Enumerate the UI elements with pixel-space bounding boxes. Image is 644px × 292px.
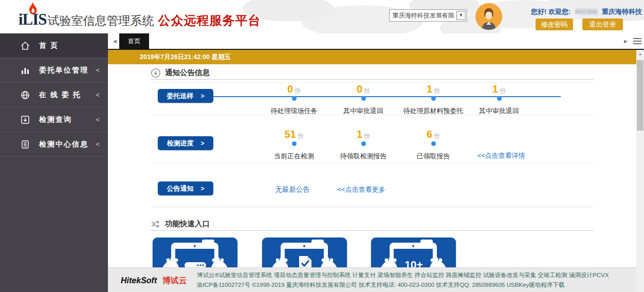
shuffle-icon xyxy=(151,219,161,229)
stat-report-collected: 6份 已领取报告 xyxy=(390,129,477,161)
footer-products-line: 博试云®试验室信息管理系统 项目动态质量管理与控制系统 计量支付 梁场智能养生 … xyxy=(197,271,609,279)
sidebar-item-label: 检测查询 xyxy=(39,115,96,124)
page-title-accent: 公众远程服务平台 xyxy=(158,12,261,29)
date-bar: 2019年7月26日21:42:00 星期五 xyxy=(108,50,636,64)
stat-value: 51 xyxy=(284,129,296,140)
view-details-link[interactable]: <<点击查看详情 xyxy=(477,151,525,160)
current-datetime: 2019年7月26日21:42:00 星期五 xyxy=(140,50,231,64)
footer-logo: HitekSoft 博试云 xyxy=(121,276,187,286)
divider xyxy=(152,207,594,207)
chevron-right-icon: > xyxy=(200,185,204,192)
button-label: 检测进度 xyxy=(167,139,193,148)
change-password-button[interactable]: 修改密码 xyxy=(536,19,573,30)
test-progress-button[interactable]: 检测进度 > xyxy=(158,136,213,150)
sidebar-item-label: 首 页 xyxy=(39,41,100,50)
chevron-left-icon: < xyxy=(96,140,100,148)
stat-value: 0 xyxy=(357,83,362,95)
document-icon xyxy=(20,139,31,150)
main-area: ◄ 首页 ► 2019年7月26日21:42:00 星期五 通知公告信息 委托送… xyxy=(108,33,644,292)
stat-dot xyxy=(431,96,436,101)
welcome-user-masked: 802308 xyxy=(575,8,597,15)
footer-copyright-line: 渝ICP备11002727号 ©1998-2019 重庆海特科技发展有限公司 技… xyxy=(197,281,564,289)
footer-logo-hiteksoft: HitekSoft xyxy=(121,276,157,285)
chevron-left-icon: < xyxy=(96,91,100,99)
circle-download-icon xyxy=(151,68,161,78)
stat-unit: 份 xyxy=(500,87,506,94)
stat-unit: 份 xyxy=(295,87,301,94)
bar-chart-icon xyxy=(20,65,31,76)
button-label: 委托送样 xyxy=(167,92,193,101)
section-title: 通知公告信息 xyxy=(165,68,210,78)
welcome-prefix: 您好! 欢迎您: xyxy=(531,8,571,15)
scrollbar-thumb[interactable] xyxy=(637,60,643,131)
sidebar-item-home[interactable]: 首 页 xyxy=(0,33,108,58)
stat-value: 6 xyxy=(427,129,432,140)
stat-dot xyxy=(292,96,297,101)
header: iLIS 试验室信息管理系统 公众远程服务平台 重庆海特科技发展有限 ▼ 您好!… xyxy=(0,0,644,33)
stat-value: 1 xyxy=(492,83,498,95)
stat-approval-returned-2: 1份 其中审批退回 xyxy=(455,83,543,116)
footer-logo-boshiyun: 博试云 xyxy=(162,276,187,285)
sidebar: 首 页 委托单位管理 < 在 线 委 托 < 检测查询 < xyxy=(0,33,108,292)
sidebar-item-client-management[interactable]: 委托单位管理 < xyxy=(0,58,108,83)
welcome-text: 您好! 欢迎您: 802308 重庆海特科技 xyxy=(531,7,643,16)
sidebar-item-label: 检测中心信息 xyxy=(39,140,96,149)
sample-delivery-button[interactable]: 委托送样 > xyxy=(158,89,213,103)
no-announcement-text: 无最新公告 xyxy=(275,185,310,194)
tab-bar: ◄ 首页 ► xyxy=(108,33,644,50)
sidebar-item-online-commission[interactable]: 在 线 委 托 < xyxy=(0,83,108,107)
divider xyxy=(152,163,594,163)
quick-entry-section-header: 功能快速入口 xyxy=(151,217,594,231)
chevron-right-icon: > xyxy=(200,93,204,100)
stat-value: 0 xyxy=(287,83,293,95)
divider xyxy=(152,82,594,83)
stat-value: 1 xyxy=(427,83,432,95)
welcome-company: 重庆海特科技 xyxy=(602,8,642,15)
avatar[interactable] xyxy=(475,3,502,30)
tab-scroll-right-icon[interactable]: ► xyxy=(623,38,629,44)
button-label: 公告通知 xyxy=(167,184,193,193)
stat-label: 其中审批退回 xyxy=(455,106,543,116)
globe-icon xyxy=(20,90,31,100)
stat-unit: 份 xyxy=(364,87,370,94)
stat-label: 已领取报告 xyxy=(390,152,477,161)
announcement-button[interactable]: 公告通知 > xyxy=(158,181,213,195)
stat-unit: 份 xyxy=(434,132,440,139)
vertical-scrollbar[interactable]: ▲ xyxy=(636,50,644,292)
stat-dot xyxy=(361,96,366,101)
page-title: 试验室信息管理系统 xyxy=(48,13,154,29)
avatar-illustration xyxy=(475,3,502,30)
tab-home[interactable]: 首页 xyxy=(119,33,149,49)
scroll-up-icon[interactable]: ▲ xyxy=(636,50,644,58)
section-title: 功能快速入口 xyxy=(165,219,210,229)
logout-button[interactable]: 退出登录 xyxy=(582,19,623,30)
sidebar-item-test-query[interactable]: 检测查询 < xyxy=(0,107,108,132)
stat-dot xyxy=(497,96,502,101)
stat-dot xyxy=(292,141,297,146)
sidebar-item-label: 委托单位管理 xyxy=(39,66,96,75)
tab-scroll-left-icon[interactable]: ◄ xyxy=(112,38,118,44)
notice-section-header: 通知公告信息 xyxy=(151,66,594,80)
stat-unit: 份 xyxy=(434,87,440,94)
brand-row: iLIS 试验室信息管理系统 公众远程服务平台 xyxy=(19,10,261,29)
stat-unit: 份 xyxy=(298,132,304,139)
chevron-down-icon[interactable]: ▼ xyxy=(456,11,466,20)
stat-dot xyxy=(431,141,436,146)
sidebar-item-label: 在 线 委 托 xyxy=(39,90,96,100)
sidebar-item-test-center-info[interactable]: 检测中心信息 < xyxy=(0,132,108,157)
stat-dot xyxy=(361,141,366,146)
stat-unit: 份 xyxy=(364,132,370,139)
app-window: iLIS 试验室信息管理系统 公众远程服务平台 重庆海特科技发展有限 ▼ 您好!… xyxy=(0,0,644,292)
chevron-right-icon: > xyxy=(200,140,204,147)
stat-value: 1 xyxy=(357,129,362,140)
brand-name: iLIS xyxy=(19,10,47,29)
footer: HitekSoft 博试云 博试云®试验室信息管理系统 项目动态质量管理与控制系… xyxy=(108,267,644,292)
download-icon xyxy=(20,115,31,125)
chevron-left-icon: < xyxy=(96,66,100,74)
tab-list-menu-icon[interactable] xyxy=(633,38,641,46)
company-select[interactable]: 重庆海特科技发展有限 ▼ xyxy=(389,9,467,22)
view-more-link[interactable]: <<点击查看更多 xyxy=(337,185,385,194)
chevron-left-icon: < xyxy=(96,116,100,123)
company-select-value: 重庆海特科技发展有限 xyxy=(393,12,454,19)
home-icon xyxy=(20,41,31,51)
